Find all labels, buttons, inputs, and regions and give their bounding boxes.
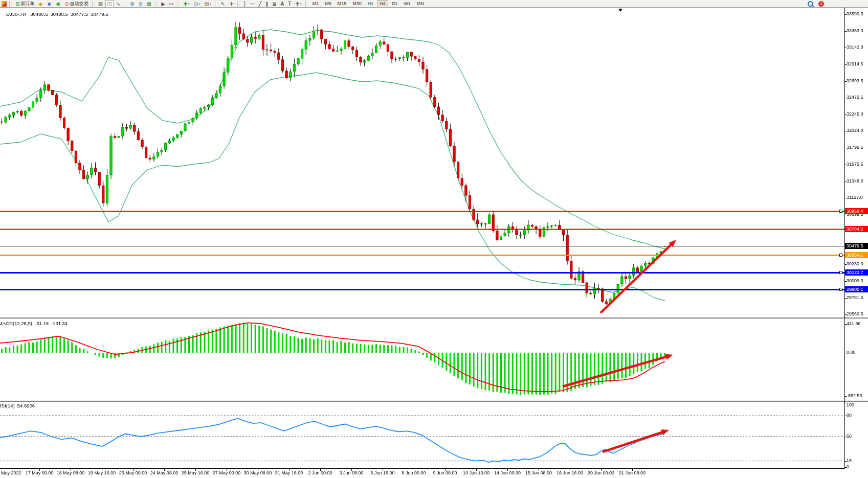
timeframe-m5[interactable]: M5 [322,0,334,8]
toolbar-separator [155,1,158,7]
data-window-icon[interactable]: ☻ [45,0,54,8]
tile-windows-icon[interactable]: ▦ [145,0,153,8]
timeframe-d1[interactable]: D1 [389,0,400,8]
periods-icon: ◷ [194,1,198,7]
horizontal-line-icon: ─ [251,1,254,7]
templates-icon[interactable]: ▤▾ [203,0,213,8]
line-chart-icon[interactable]: ∿ [115,0,122,8]
signals-icon[interactable]: ◉ [55,0,62,8]
crosshair-icon[interactable]: ✛ [228,0,235,8]
timeframe-group: M1M5M15M30H1H4D1W1MN [309,0,427,8]
notification-badge[interactable]: 1 [818,1,824,7]
zoom-out-icon: ⊖ [138,1,142,7]
autotrading-button-label: 自动交易 [70,1,88,7]
text-icon: A [281,1,284,7]
toolbar: ⊞新订单◆☻◉⊙自动交易▥◫∿⊕⊖▦▶↦✚▾◷▾▤▾↖✛│─╱∥≣AT✢▾M1M… [0,0,868,8]
arrows-tool-icon[interactable]: ✢▾ [294,0,303,8]
chart-window: DJ30-,H430480.530480.530477.530479.5 MAC… [0,0,868,478]
zoom-in-icon[interactable]: ⊕ [128,0,136,8]
toolbar-separator [305,1,308,7]
timeframe-m30[interactable]: M30 [350,0,364,8]
fibonacci-icon[interactable]: ≣ [271,0,278,8]
timeframe-w1[interactable]: W1 [401,0,413,8]
toolbar-separator [215,1,217,7]
bar-chart-icon[interactable]: ▥ [97,0,104,8]
auto-scroll-icon: ▶ [161,1,165,7]
chart-canvas[interactable] [0,0,868,478]
text-label-icon: T [288,1,291,7]
vertical-line-icon[interactable]: │ [242,0,248,8]
cursor-icon: ↖ [221,1,225,7]
tile-windows-icon: ▦ [147,1,151,7]
new-order-button[interactable]: ⊞新订单 [14,0,36,8]
toolbar-separator [237,1,240,7]
market-watch-icon: ◆ [38,1,42,7]
crosshair-icon: ✛ [229,1,233,7]
timeframe-mn[interactable]: MN [414,0,427,8]
market-watch-icon[interactable]: ◆ [37,0,44,8]
chevron-down-icon: ▾ [210,2,211,6]
timeframe-m15[interactable]: M15 [335,0,349,8]
text-label-icon[interactable]: T [286,0,293,8]
candlestick-chart-icon[interactable]: ◫ [105,0,113,8]
bar-chart-icon: ▥ [98,1,103,7]
timeframe-h1[interactable]: H1 [365,0,376,8]
data-window-icon: ☻ [47,1,52,7]
toolbar-separator [92,1,95,7]
toolbar-separator [177,1,180,7]
equidistant-channel-icon: ∥ [265,1,268,7]
line-chart-icon: ∿ [116,1,120,7]
trendline-icon[interactable]: ╱ [257,0,263,8]
horizontal-line-icon[interactable]: ─ [249,0,256,8]
zoom-out-icon[interactable]: ⊖ [137,0,144,8]
equidistant-channel-icon[interactable]: ∥ [264,0,270,8]
cursor-icon[interactable]: ↖ [219,0,227,8]
chevron-down-icon: ▾ [300,2,302,6]
chevron-down-icon: ▾ [199,2,201,6]
search-icon[interactable] [808,1,813,7]
chart-shift-icon[interactable]: ↦ [168,0,175,8]
auto-scroll-icon[interactable]: ▶ [160,0,167,8]
arrows-tool-icon: ✢ [295,1,299,7]
timeframe-m1[interactable]: M1 [310,0,322,8]
new-order-button: ⊞ [15,1,19,7]
trendline-icon: ╱ [258,1,261,7]
app-logo-icon [2,1,7,7]
fibonacci-icon: ≣ [272,1,276,7]
toolbar-separator [9,1,12,7]
vertical-line-icon: │ [243,1,247,7]
periods-icon[interactable]: ◷▾ [192,0,202,8]
autotrading-button[interactable]: ⊙自动交易 [63,0,90,8]
new-order-button-label: 新订单 [20,1,34,7]
indicators-icon[interactable]: ✚▾ [182,0,191,8]
toolbar-separator [124,1,126,7]
templates-icon: ▤ [205,1,209,7]
chevron-down-icon: ▾ [188,2,190,6]
autotrading-button: ⊙ [64,1,69,7]
chart-shift-icon: ↦ [169,1,173,7]
zoom-in-icon: ⊕ [130,1,134,7]
candlestick-chart-icon: ◫ [107,1,112,7]
signals-icon: ◉ [56,1,61,7]
timeframe-h4[interactable]: H4 [377,0,388,8]
text-icon[interactable]: A [279,0,286,8]
indicators-icon: ✚ [183,1,187,7]
